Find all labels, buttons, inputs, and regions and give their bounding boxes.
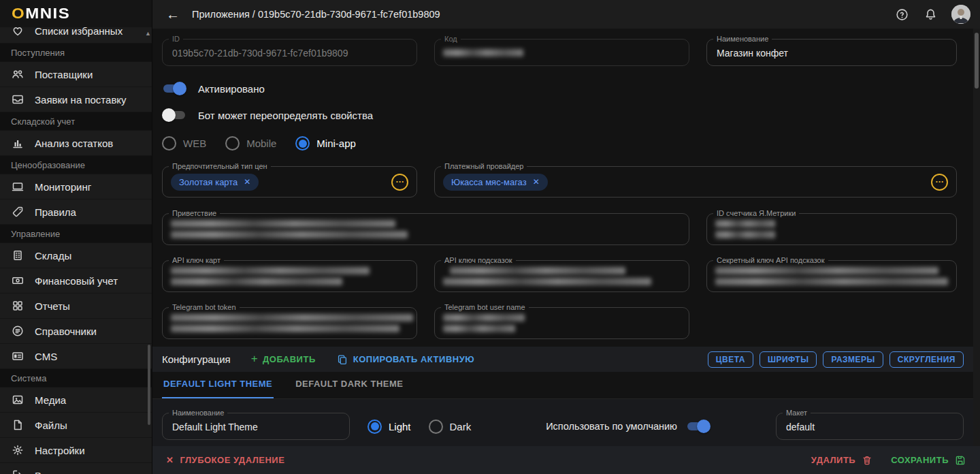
id-field-label: ID [169, 35, 183, 43]
payment-provider-more-icon[interactable]: … [931, 174, 948, 191]
copy-icon [336, 353, 348, 366]
code-field[interactable]: Код [434, 39, 689, 66]
telegram-bot-token-field[interactable]: Telegram bot token [162, 307, 417, 339]
sidebar-item-label: Выход [35, 470, 65, 474]
suggest-api-key-field[interactable]: API ключ подсказок [434, 260, 689, 292]
user-avatar[interactable] [951, 5, 970, 24]
main-scrollbar-thumb[interactable] [975, 33, 979, 89]
topbar: ← Приложения / 019b5c70-21db-730d-9671-f… [152, 0, 980, 29]
help-icon[interactable] [894, 7, 909, 22]
sidebar-item-label: Заявки на поставку [35, 94, 127, 106]
sizes-button[interactable]: РАЗМЕРЫ [823, 351, 883, 368]
sidebar-item-settings[interactable]: Настройки [0, 438, 152, 463]
redacted-value [171, 325, 399, 332]
payment-provider-field[interactable]: Платежный провайдер Юкасса мяс-магаз ✕ … [434, 166, 957, 198]
sidebar-item-label: Файлы [35, 420, 67, 431]
redacted-value [443, 325, 515, 332]
sidebar-item-monitoring[interactable]: Мониторинг [0, 174, 152, 200]
price-type-field[interactable]: Предпочтительный тип цен Золотая карта ✕… [162, 166, 417, 198]
chip-remove-icon[interactable]: ✕ [533, 177, 540, 187]
roundings-button[interactable]: СКРУГЛЕНИЯ [889, 351, 964, 368]
chip-remove-icon[interactable]: ✕ [244, 177, 250, 187]
sidebar-item-stock-analysis[interactable]: Анализ остатков [0, 131, 152, 156]
maps-api-key-label: API ключ карт [169, 256, 224, 264]
sidebar-item-rules[interactable]: Правила [0, 200, 152, 225]
sidebar-item-supply-requests[interactable]: Заявки на поставку [0, 87, 152, 112]
deep-delete-button[interactable]: ✕ ГЛУБОКОЕ УДАЛЕНИЕ [166, 455, 284, 465]
name-field[interactable]: Наименование Магазин конфет [706, 39, 957, 66]
radio-dark-circle [429, 420, 443, 434]
gear-icon [11, 443, 24, 457]
app-window: OMNIS ▲ Списки избранных Поступления Пос… [0, 0, 980, 474]
price-type-chip[interactable]: Золотая карта ✕ [171, 174, 259, 191]
redacted-value [443, 49, 523, 57]
sidebar-scroll-up-arrow[interactable]: ▲ [145, 30, 151, 37]
colors-button[interactable]: ЦВЕТА [708, 351, 753, 368]
sidebar-item-media[interactable]: Медиа [0, 388, 152, 413]
id-field[interactable]: ID 019b5c70-21db-730d-9671-fc7ef01b9809 [162, 39, 417, 66]
radio-web[interactable]: WEB [162, 136, 206, 151]
save-button[interactable]: СОХРАНИТЬ [891, 454, 966, 467]
sidebar-item-suppliers[interactable]: Поставщики [0, 62, 152, 87]
sidebar-item-favorites-lists[interactable]: Списки избранных [0, 27, 152, 44]
metrika-field[interactable]: ID счетчика Я.Метрики [706, 213, 957, 245]
redacted-value [715, 267, 938, 274]
sidebar-item-directories[interactable]: Справочники [0, 319, 152, 344]
radio-mobile[interactable]: Mobile [225, 136, 276, 151]
sidebar-item-warehouses[interactable]: Склады [0, 243, 152, 268]
bot-override-toggle[interactable] [162, 108, 186, 122]
tab-default-dark-theme[interactable]: DEFAULT DARK THEME [294, 372, 404, 398]
configuration-buttons: ЦВЕТА ШРИФТЫ РАЗМЕРЫ СКРУГЛЕНИЯ [708, 351, 964, 368]
redacted-value [171, 278, 342, 285]
tag-icon [11, 205, 24, 219]
delete-button[interactable]: УДАЛИТЬ [811, 454, 874, 467]
suggest-api-secret-field[interactable]: Секретный ключ API подсказок [706, 260, 957, 292]
use-by-default-toggle[interactable] [686, 420, 710, 433]
payment-provider-chip[interactable]: Юкасса мяс-магаз ✕ [443, 174, 548, 191]
layout-field[interactable]: Макет default [776, 413, 964, 440]
back-button[interactable]: ← [166, 7, 180, 21]
greeting-label: Приветствие [169, 209, 220, 217]
sidebar-section-pricing: Ценообразование [0, 156, 152, 174]
sidebar-item-label: Поставщики [35, 69, 93, 80]
activated-toggle-label: Активировано [198, 83, 265, 95]
telegram-bot-username-label: Telegram bot user name [441, 303, 529, 311]
use-by-default-toggle-row: Использовать по умолчанию [546, 420, 710, 433]
main-scrollbar-track[interactable] [973, 29, 980, 446]
name-field-label: Наименование [713, 35, 772, 43]
maps-api-key-field[interactable]: API ключ карт [162, 260, 417, 292]
activated-toggle[interactable] [162, 82, 186, 95]
logo-bar: OMNIS [0, 0, 152, 27]
name-field-value: Магазин конфет [707, 40, 956, 65]
sidebar-item-cms[interactable]: CMS [0, 344, 152, 369]
sidebar-item-logout[interactable]: Выход [0, 463, 152, 474]
fonts-button[interactable]: ШРИФТЫ [760, 351, 817, 368]
sidebar-scrollbar-thumb[interactable] [148, 345, 150, 425]
copy-active-configuration-button[interactable]: КОПИРОВАТЬ АКТИВНУЮ [336, 353, 474, 366]
configuration-title: Конфигурация [162, 353, 231, 365]
sidebar-item-financial-accounting[interactable]: Финансовый учет [0, 268, 152, 294]
price-type-label: Предпочтительный тип цен [169, 162, 271, 170]
theme-name-field[interactable]: Наименование Default Light Theme [162, 413, 350, 440]
radio-light[interactable]: Light [368, 420, 411, 434]
price-type-more-icon[interactable]: … [391, 174, 408, 191]
theme-settings-panel: Наименование Default Light Theme Light D… [152, 398, 980, 452]
sidebar-item-label: Списки избранных [35, 27, 122, 37]
redacted-value [715, 278, 948, 285]
monitor-icon [11, 180, 24, 193]
logo-letter-o: O [12, 5, 25, 22]
layout-value: default [777, 413, 963, 439]
theme-tabs: DEFAULT LIGHT THEME DEFAULT DARK THEME [152, 372, 980, 398]
people-icon [11, 67, 24, 81]
tab-default-light-theme[interactable]: DEFAULT LIGHT THEME [162, 372, 274, 398]
sidebar-item-files[interactable]: Файлы [0, 413, 152, 438]
redacted-value [171, 220, 395, 227]
greeting-field[interactable]: Приветствие [162, 213, 689, 245]
logout-icon [11, 469, 24, 474]
sidebar-item-reports[interactable]: Отчеты [0, 294, 152, 319]
radio-dark[interactable]: Dark [429, 420, 472, 434]
add-configuration-button[interactable]: + ДОБАВИТЬ [251, 353, 316, 366]
telegram-bot-username-field[interactable]: Telegram bot user name [434, 307, 689, 339]
notifications-bell-icon[interactable] [923, 7, 938, 22]
radio-mini-app[interactable]: Mini-app [295, 136, 356, 151]
